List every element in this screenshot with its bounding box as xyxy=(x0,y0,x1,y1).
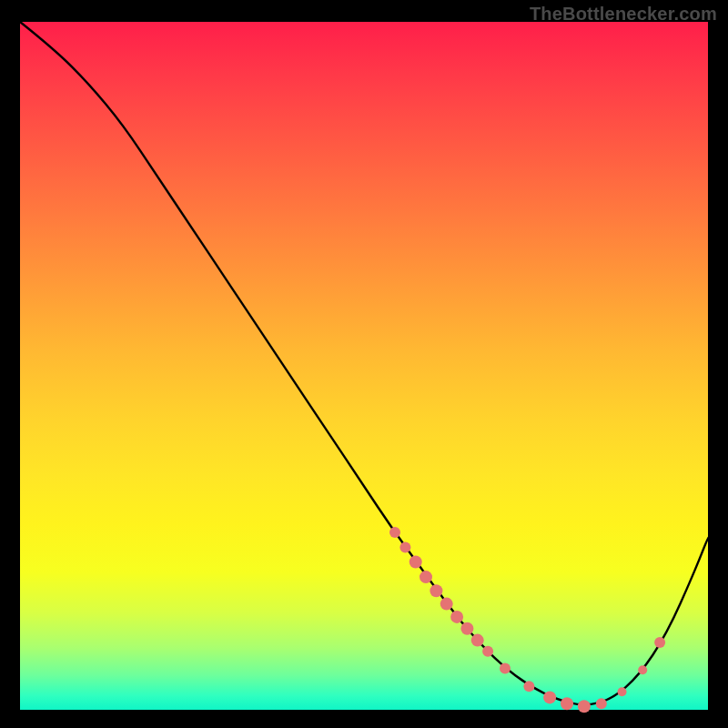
chart-container: TheBottlenecker.com xyxy=(0,0,728,728)
curve-marker xyxy=(596,698,607,709)
curve-marker xyxy=(471,634,484,647)
bottleneck-curve xyxy=(20,22,708,704)
curve-marker xyxy=(482,646,493,657)
curve-markers xyxy=(389,527,665,713)
curve-marker xyxy=(654,637,665,648)
attribution-label: TheBottlenecker.com xyxy=(530,4,717,25)
curve-marker xyxy=(561,697,573,710)
curve-marker xyxy=(399,542,410,553)
curve-marker xyxy=(578,700,591,713)
curve-marker xyxy=(410,556,422,569)
curve-marker xyxy=(500,663,511,674)
curve-marker xyxy=(430,584,442,597)
curve-marker xyxy=(450,611,463,623)
curve-marker xyxy=(420,571,432,583)
plot-area xyxy=(20,22,708,710)
curve-marker xyxy=(638,665,647,674)
curve-marker xyxy=(618,687,627,696)
curve-svg xyxy=(20,22,708,710)
curve-marker xyxy=(523,681,534,692)
curve-marker xyxy=(389,527,400,538)
curve-marker xyxy=(440,598,453,611)
curve-marker xyxy=(543,691,556,703)
curve-marker xyxy=(460,622,473,635)
